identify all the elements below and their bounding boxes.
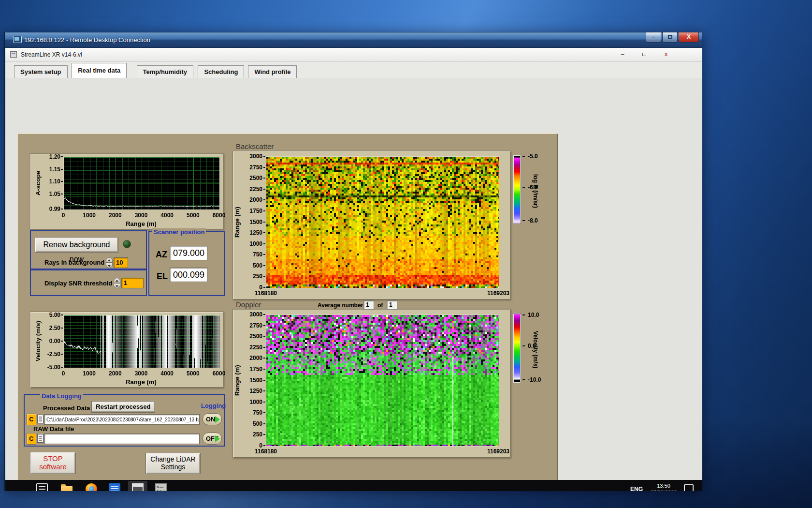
firefox-icon[interactable] [86,483,97,491]
browse-file-icon[interactable] [37,434,44,443]
restart-processed-file-button[interactable]: Restart processed file [91,401,155,413]
axis-tick-label: 750 [242,409,262,416]
change-line1: Change LiDAR [146,455,200,463]
axis-tick-label: 2000 [242,355,262,361]
close-button[interactable]: X [679,32,699,43]
axis-tick-label [263,167,265,168]
axis-tick-label: 1250 [242,229,262,236]
axis-tick-label [263,380,265,381]
stop-software-button[interactable]: STOP software [30,452,76,474]
rays-value-field[interactable]: 10 [114,257,128,268]
maximize-button[interactable] [662,32,678,43]
axis-tick-label: 2000 [104,212,126,219]
rdp-computer-icon [13,36,22,43]
rdp-titlebar[interactable]: 192.168.0.122 - Remote Desktop Connectio… [5,32,702,48]
app-window-title: StreamLine XR v14-6.vi [21,51,82,58]
axis-tick-label [263,243,265,244]
axis-tick-label [263,358,265,359]
axis-tick-label: -5.00 [41,364,60,371]
el-label: EL [157,271,168,282]
remote-session: StreamLine XR v14-6.vi – x System setupR… [5,48,702,491]
axis-tick-label: 3000 [242,153,262,160]
backscatter-colorbar-label: log B (/m/sr) [532,161,539,222]
axis-tick-label: 3000 [130,212,152,219]
app-content: Backscatter Doppler log B (/m/sr) Veloci… [5,78,702,491]
axis-tick-label: 5.00 [41,312,60,318]
spinner-up-icon[interactable] [114,278,120,283]
colorbar-tick-label: 10.0 [528,312,549,318]
axis-tick-label: 1000 [242,399,262,405]
backscatter-heatmap [266,156,499,288]
raw-data-file-label: RAW Data file [33,425,74,433]
axis-tick-label: 2000 [104,370,126,377]
doppler-colorbar [513,313,521,383]
scan-icon-line1: Scan [157,486,163,489]
scanner-position-title: Scanner position [152,228,206,236]
axis-tick-label [61,314,63,315]
app-restore-button[interactable] [637,51,652,59]
clock[interactable]: 13:50 07/08/2023 [647,482,680,491]
x-end-label: 1169203 [472,290,525,297]
tab-temp-humidity[interactable]: Temp/humidity [137,65,193,78]
axis-tick-label [61,169,63,170]
tab-wind-profile[interactable]: Wind profile [248,65,297,78]
action-center-icon[interactable] [684,484,694,491]
tab-system-setup[interactable]: System setup [14,65,68,78]
axis-tick-label: 2500 [242,333,262,340]
snr-value-field[interactable]: 1 [121,278,144,288]
snr-spinner[interactable] [114,278,120,288]
active-window-icon[interactable] [132,483,144,491]
axis-tick-label: 1500 [242,377,262,384]
axis-tick-label: 0 [53,370,74,377]
app-close-button[interactable]: x [659,51,673,59]
axis-tick-label [61,354,63,355]
average-number-field[interactable]: 1 [363,300,374,310]
axis-tick-label [61,194,63,194]
app-titlebar[interactable]: StreamLine XR v14-6.vi – x [5,48,702,61]
axis-tick-label: 1750 [242,366,262,373]
folder-body [61,486,72,491]
processed-drive-selector[interactable]: C [27,414,36,425]
rays-spinner[interactable] [106,257,113,268]
x-start-label: 1168180 [239,448,292,455]
axis-tick-label [263,325,265,326]
change-lidar-settings-button[interactable]: Change LiDAR Settings [145,453,201,474]
axis-tick-label: 1.05 [41,191,60,197]
axis-tick-label [263,210,265,211]
task-view-icon[interactable] [36,483,48,491]
taskbar: Scan Sched ENG 13:50 07/08/2023 [5,480,702,491]
tab-strip: System setupReal time dataTemp/humidityS… [5,61,702,78]
axis-tick-label [522,379,525,380]
minimize-button[interactable]: – [646,32,661,43]
el-value-field[interactable]: 000.099 [170,268,207,282]
spinner-up-icon[interactable] [106,257,113,263]
colorbar-tick-label: -5.0 [528,153,549,160]
app-minimize-button[interactable]: – [615,51,630,59]
average-total-field[interactable]: 1 [387,300,397,310]
language-indicator[interactable]: ENG [628,485,645,491]
processed-logging-toggle[interactable]: ON [203,413,222,425]
spinner-down-icon[interactable] [114,283,120,288]
raw-logging-toggle[interactable]: OFF [203,433,222,445]
axis-tick-label: 5000 [182,212,203,219]
average-of-label: of [377,302,383,309]
raw-path-field[interactable] [44,433,200,444]
browse-file-icon[interactable] [37,415,44,423]
notepad-app-icon[interactable] [109,483,120,491]
axis-tick-label: 1.15 [41,166,60,173]
az-value-field[interactable]: 079.000 [170,246,207,260]
axis-tick-label: 1750 [242,208,262,214]
axis-tick-label [263,276,265,277]
date: 07/08/2023 [647,489,680,491]
tab-scheduling[interactable]: Scheduling [198,65,244,78]
spinner-down-icon[interactable] [106,263,113,268]
scan-scheduler-icon[interactable]: Scan Sched [155,483,167,491]
maximize-icon [668,35,672,39]
file-explorer-icon[interactable] [61,483,72,491]
raw-drive-selector[interactable]: C [27,433,36,445]
green-arrow-icon [215,416,220,423]
processed-path-field[interactable]: C:\Lidar\Data\Proc\2023\202308\20230807\… [44,414,200,425]
tab-real-time-data[interactable]: Real time data [72,63,127,78]
renew-background-button[interactable]: Renew background now [35,237,118,253]
axis-tick-label: 6000 [208,370,230,377]
